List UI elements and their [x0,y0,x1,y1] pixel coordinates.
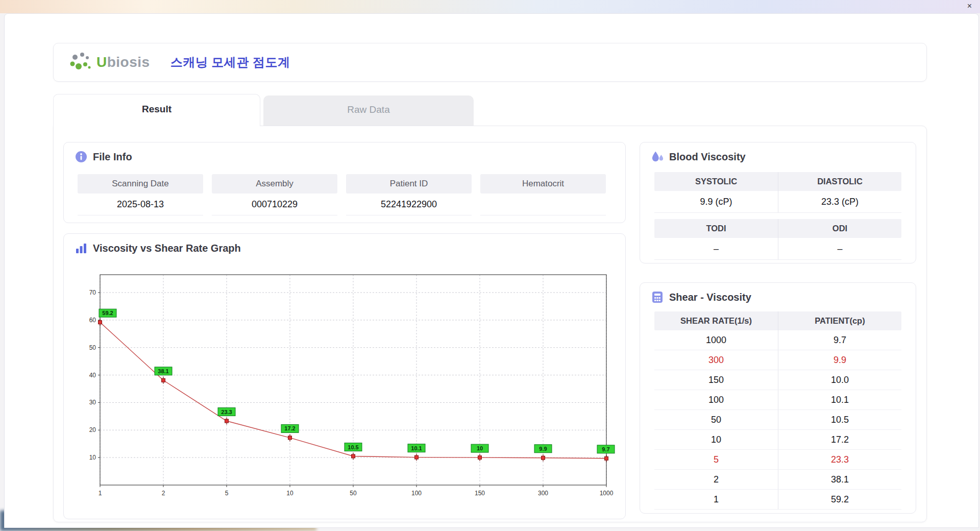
field-label: Hematocrit [480,174,606,194]
svg-text:150: 150 [475,490,485,497]
shear-viscosity-header: Shear - Viscosity [640,283,916,307]
svg-text:59.2: 59.2 [102,310,113,316]
viscosity-chart: 102030405060701251050100150300100059.238… [77,271,619,509]
blood-value-row: 9.9 (cP)23.3 (cP) [654,191,901,213]
patient-cell: 9.7 [778,330,901,350]
app-header: Ubiosis 스캐닝 모세관 점도계 [53,43,927,82]
file-info-field-patient-id: Patient ID52241922900 [346,174,472,215]
shear-table-row: 10010.1 [654,390,901,410]
file-info-field-assembly: Assembly000710229 [212,174,337,215]
blood-value-cell: – [654,238,778,259]
field-label: Scanning Date [78,174,203,194]
shear-table-row: 159.2 [654,490,901,510]
bar-chart-icon [75,242,87,254]
svg-text:70: 70 [89,289,96,296]
patient-cell: 38.1 [778,470,901,489]
patient-cell: 59.2 [778,490,901,509]
field-label: Assembly [212,174,337,194]
viscosity-chart-svg: 102030405060701251050100150300100059.238… [77,271,619,506]
svg-text:10: 10 [286,490,293,497]
blood-value-cell: 23.3 (cP) [778,191,901,212]
file-info-field-hematocrit: Hematocrit [480,174,606,215]
app-window: Ubiosis 스캐닝 모세관 점도계 Result Raw Data File… [4,13,979,528]
file-info-field-scanning-date: Scanning Date2025-08-13 [78,174,203,215]
svg-text:17.2: 17.2 [284,425,295,431]
file-info-card: File Info Scanning Date2025-08-13Assembl… [63,142,626,223]
svg-text:30: 30 [89,399,96,406]
field-value: 000710229 [212,194,337,215]
svg-text:23.3: 23.3 [221,409,232,415]
logo-text: Ubiosis [96,54,150,70]
shear-rate-cell: 1000 [654,330,778,350]
shear-header-cell: SHEAR RATE(1/s) [654,311,778,330]
shear-table-row: 5010.5 [654,410,901,430]
shear-header-cell: PATIENT(cp) [778,311,901,330]
blood-value-cell: 9.9 (cP) [654,191,778,212]
svg-text:9.9: 9.9 [539,446,547,452]
shear-rate-cell: 10 [654,430,778,449]
svg-text:10.5: 10.5 [348,444,358,450]
patient-cell: 10.5 [778,410,901,429]
tab-result[interactable]: Result [53,94,260,126]
svg-text:1000: 1000 [600,490,614,497]
shear-table-row: 1017.2 [654,430,901,450]
patient-cell: 9.9 [778,350,901,370]
field-value [480,194,606,215]
shear-table-row: 15010.0 [654,370,901,390]
svg-text:2: 2 [162,490,165,497]
tab-raw-data[interactable]: Raw Data [263,95,474,126]
shear-rate-cell: 150 [654,370,778,390]
graph-header: Viscosity vs Shear Rate Graph [64,234,625,258]
shear-rate-cell: 50 [654,410,778,429]
svg-text:100: 100 [411,490,422,497]
shear-rate-cell: 5 [654,450,778,469]
shear-header-row: SHEAR RATE(1/s)PATIENT(cp) [654,311,901,330]
desktop-background: × Ubiosis 스캐닝 모세관 점도계 Result Raw Data [0,0,980,531]
blood-viscosity-card: Blood Viscosity SYSTOLICDIASTOLIC9.9 (cP… [640,142,916,263]
field-label: Patient ID [346,174,472,194]
svg-text:50: 50 [350,490,357,497]
shear-rate-cell: 100 [654,390,778,409]
shear-rate-cell: 1 [654,490,778,509]
calculator-icon [651,291,664,303]
shear-viscosity-card: Shear - Viscosity SHEAR RATE(1/s)PATIENT… [640,282,916,514]
field-value: 2025-08-13 [78,194,203,215]
blood-viscosity-group: TODIODI–– [654,219,901,260]
blood-viscosity-group: SYSTOLICDIASTOLIC9.9 (cP)23.3 (cP) [654,172,901,213]
svg-text:38.1: 38.1 [158,368,168,374]
shear-table-row: 523.3 [654,450,901,470]
info-icon [75,151,87,163]
svg-text:50: 50 [89,344,96,351]
patient-cell: 23.3 [778,450,901,469]
shear-table-row: 10009.7 [654,330,901,350]
svg-text:10: 10 [89,454,96,461]
svg-text:10: 10 [477,445,483,451]
shear-rate-cell: 2 [654,470,778,489]
field-value: 52241922900 [346,194,472,215]
blood-drop-icon [651,151,664,163]
svg-text:20: 20 [89,426,96,433]
blood-value-cell: – [778,238,901,259]
graph-card: Viscosity vs Shear Rate Graph 1020304050… [63,233,626,519]
logo-dots-icon [69,52,92,73]
blood-viscosity-title: Blood Viscosity [669,151,746,163]
svg-text:60: 60 [89,317,96,324]
svg-text:1: 1 [99,490,102,497]
close-button[interactable]: × [967,2,972,11]
blood-header-row: TODIODI [654,219,901,238]
window-titlebar: × [0,0,980,13]
shear-table-row: 3009.9 [654,350,901,370]
file-info-title: File Info [93,151,132,163]
blood-header-row: SYSTOLICDIASTOLIC [654,172,901,191]
file-info-header: File Info [64,142,625,167]
patient-cell: 10.1 [778,390,901,409]
blood-viscosity-table: SYSTOLICDIASTOLIC9.9 (cP)23.3 (cP)TODIOD… [654,172,901,260]
ubiosis-logo: Ubiosis [69,52,150,73]
file-info-fields: Scanning Date2025-08-13Assembly000710229… [78,174,606,215]
blood-value-row: –– [654,238,901,260]
svg-text:40: 40 [89,372,96,379]
svg-text:300: 300 [538,490,548,497]
svg-text:9.7: 9.7 [602,446,609,452]
graph-title: Viscosity vs Shear Rate Graph [93,243,241,254]
shear-viscosity-title: Shear - Viscosity [669,292,751,303]
